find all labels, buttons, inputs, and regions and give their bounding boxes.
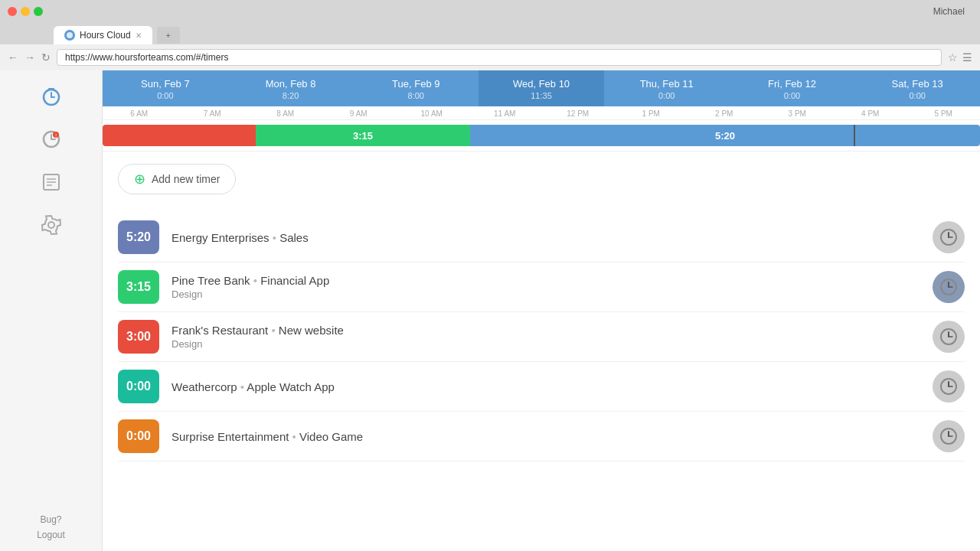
cal-day-label: Sat, Feb 13 bbox=[892, 78, 943, 90]
calendar-day[interactable]: Sat, Feb 13 0:00 bbox=[854, 70, 980, 106]
timeline-hour-label: 10 AM bbox=[395, 109, 469, 118]
timer-row: 5:20 Energy Enterprises • Sales bbox=[118, 213, 965, 262]
timer-info: Weathercorp • Apple Watch App bbox=[172, 380, 920, 393]
timer-row: 0:00 Weathercorp • Apple Watch App bbox=[118, 362, 965, 412]
timeline-hour-label: 7 AM bbox=[176, 109, 250, 118]
refresh-button[interactable]: ↻ bbox=[41, 51, 51, 64]
timer-title: Pine Tree Bank • Financial App bbox=[172, 274, 920, 287]
new-tab-button[interactable]: + bbox=[157, 27, 180, 44]
back-button[interactable]: ← bbox=[8, 51, 18, 64]
traffic-light-red[interactable] bbox=[8, 7, 17, 16]
timer-row: 3:00 Frank's Restaurant • New website De… bbox=[118, 312, 965, 362]
cal-day-hours: 8:00 bbox=[408, 91, 424, 100]
timeline-hours: 6 AM7 AM8 AM9 AM10 AM11 AM12 PM1 PM2 PM3… bbox=[103, 109, 980, 118]
timer-title: Energy Enterprises • Sales bbox=[172, 231, 920, 244]
timer-clock-button[interactable] bbox=[933, 271, 965, 303]
bar-green: 3:15 bbox=[256, 125, 470, 146]
timer-badge: 3:15 bbox=[118, 270, 159, 304]
calendar-day[interactable]: Tue, Feb 9 8:00 bbox=[353, 70, 479, 106]
sidebar-bottom: Bug? Logout bbox=[37, 514, 65, 540]
cal-day-label: Wed, Feb 10 bbox=[513, 78, 570, 90]
menu-icon[interactable]: ☰ bbox=[962, 51, 972, 64]
main-content: Sun, Feb 7 0:00 Mon, Feb 8 8:20 Tue, Feb… bbox=[103, 70, 980, 551]
cal-day-hours: 8:20 bbox=[283, 91, 299, 100]
sidebar-item-reports[interactable] bbox=[38, 168, 65, 196]
timer-list: 5:20 Energy Enterprises • Sales 3:15 Pin… bbox=[118, 213, 965, 461]
timeline-hour-label: 11 AM bbox=[469, 109, 542, 118]
calendar-day[interactable]: Thu, Feb 11 0:00 bbox=[604, 70, 730, 106]
browser-tab[interactable]: Hours Cloud ✕ bbox=[54, 26, 152, 44]
calendar-header: Sun, Feb 7 0:00 Mon, Feb 8 8:20 Tue, Feb… bbox=[103, 70, 980, 106]
timeline-hour-label: 3 PM bbox=[761, 109, 835, 118]
add-timer-button[interactable]: ⊕ Add new timer bbox=[118, 164, 236, 194]
timer-info: Pine Tree Bank • Financial App Design bbox=[172, 274, 920, 300]
timeline-hour-label: 6 AM bbox=[103, 109, 176, 118]
timer-clock-button[interactable] bbox=[933, 420, 965, 452]
timeline-hour-label: 8 AM bbox=[249, 109, 322, 118]
cal-day-hours: 11:35 bbox=[531, 91, 552, 100]
address-url: https://www.hoursforteams.com/#/timers bbox=[65, 52, 933, 63]
timer-info: Surprise Entertainment • Video Game bbox=[172, 430, 920, 443]
sidebar: ! Bug? Logout bbox=[0, 70, 103, 551]
timer-badge: 0:00 bbox=[118, 419, 159, 453]
sidebar-item-clock[interactable]: ! bbox=[38, 126, 65, 153]
timer-title: Weathercorp • Apple Watch App bbox=[172, 380, 920, 393]
timer-info: Frank's Restaurant • New website Design bbox=[172, 324, 920, 350]
cal-day-hours: 0:00 bbox=[784, 91, 800, 100]
timeline-hour-label: 4 PM bbox=[834, 109, 907, 118]
timer-clock-button[interactable] bbox=[933, 321, 965, 353]
browser-user: Michael bbox=[933, 6, 972, 17]
timer-badge: 5:20 bbox=[118, 220, 159, 254]
cal-day-label: Fri, Feb 12 bbox=[768, 78, 816, 90]
forward-button[interactable]: → bbox=[24, 51, 35, 64]
timers-content: ⊕ Add new timer 5:20 Energy Enterprises … bbox=[103, 152, 980, 551]
traffic-light-yellow[interactable] bbox=[21, 7, 30, 16]
timer-row: 3:15 Pine Tree Bank • Financial App Desi… bbox=[118, 262, 965, 312]
sidebar-item-settings[interactable] bbox=[38, 211, 65, 239]
traffic-light-green[interactable] bbox=[34, 7, 43, 16]
tab-favicon bbox=[64, 30, 75, 41]
add-timer-label: Add new timer bbox=[152, 173, 220, 185]
cal-day-label: Mon, Feb 8 bbox=[266, 78, 316, 90]
cal-day-label: Tue, Feb 9 bbox=[392, 78, 439, 90]
timer-badge: 0:00 bbox=[118, 370, 159, 403]
svg-point-0 bbox=[67, 32, 73, 38]
timer-row: 0:00 Surprise Entertainment • Video Game bbox=[118, 412, 965, 461]
cal-day-hours: 0:00 bbox=[909, 91, 925, 100]
browser-nav-icons: ☆ ☰ bbox=[948, 51, 972, 64]
timer-task: Design bbox=[172, 289, 920, 300]
timer-task: Design bbox=[172, 338, 920, 350]
bug-button[interactable]: Bug? bbox=[40, 514, 61, 525]
timer-title: Surprise Entertainment • Video Game bbox=[172, 430, 920, 443]
timeline-cursor-line bbox=[854, 125, 855, 146]
sidebar-item-timer[interactable] bbox=[38, 83, 65, 110]
calendar-day[interactable]: Wed, Feb 10 11:35 bbox=[479, 70, 604, 106]
timeline-hour-label: 12 PM bbox=[541, 109, 615, 118]
timeline-hour-label: 5 PM bbox=[907, 109, 981, 118]
cal-day-hours: 0:00 bbox=[157, 91, 173, 100]
calendar-day[interactable]: Sun, Feb 7 0:00 bbox=[103, 70, 228, 106]
tab-close-icon[interactable]: ✕ bbox=[136, 31, 142, 40]
timer-clock-button[interactable] bbox=[933, 221, 965, 253]
timer-info: Energy Enterprises • Sales bbox=[172, 231, 920, 244]
add-timer-plus-icon: ⊕ bbox=[134, 171, 145, 187]
timeline-hour-label: 2 PM bbox=[688, 109, 761, 118]
svg-point-14 bbox=[48, 222, 54, 228]
tab-title: Hours Cloud bbox=[80, 30, 131, 41]
timeline-hour-label: 1 PM bbox=[615, 109, 688, 118]
timer-badge: 3:00 bbox=[118, 320, 159, 354]
timeline-hour-label: 9 AM bbox=[322, 109, 396, 118]
timer-clock-button[interactable] bbox=[933, 370, 965, 403]
cal-day-hours: 0:00 bbox=[658, 91, 675, 100]
timeline-bars: 3:15 5:20 bbox=[103, 125, 980, 146]
address-bar[interactable]: https://www.hoursforteams.com/#/timers bbox=[57, 49, 942, 66]
cal-day-label: Thu, Feb 11 bbox=[640, 78, 694, 90]
bar-blue: 5:20 bbox=[470, 125, 980, 146]
bar-red bbox=[103, 125, 256, 146]
calendar-day[interactable]: Mon, Feb 8 8:20 bbox=[228, 70, 354, 106]
logout-button[interactable]: Logout bbox=[37, 530, 65, 540]
timer-title: Frank's Restaurant • New website bbox=[172, 324, 920, 337]
bookmark-icon[interactable]: ☆ bbox=[948, 51, 958, 64]
calendar-day[interactable]: Fri, Feb 12 0:00 bbox=[730, 70, 855, 106]
cal-day-label: Sun, Feb 7 bbox=[141, 78, 190, 90]
